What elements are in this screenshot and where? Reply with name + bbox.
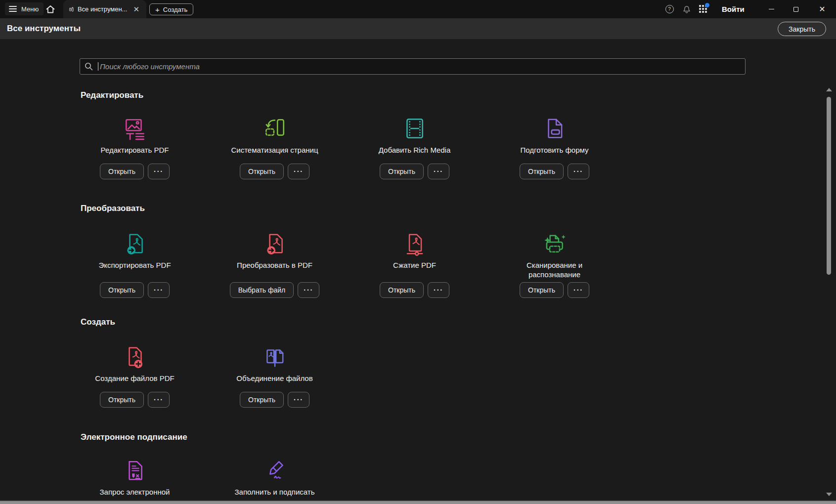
apps-grid-icon — [699, 5, 707, 13]
tool-label: Сжатие PDF — [393, 260, 436, 279]
home-button[interactable] — [44, 2, 57, 15]
tool-card-export-pdf: Экспортировать PDF Открыть ··· — [65, 231, 205, 298]
bell-icon — [682, 4, 691, 14]
convert-pdf-icon — [263, 231, 287, 256]
menu-label: Меню — [21, 5, 39, 13]
open-button[interactable]: Открыть — [520, 164, 564, 179]
tool-label: Подготовить форму — [521, 145, 589, 155]
open-button[interactable]: Открыть — [380, 164, 424, 179]
tool-label: Сканирование и распознавание — [515, 260, 594, 279]
open-button[interactable]: Открыть — [240, 392, 284, 408]
rich-media-icon — [402, 116, 427, 141]
tool-grid-edit: Редактировать PDF Открыть ··· Систематиз… — [65, 116, 624, 179]
window-minimize-button[interactable] — [761, 0, 781, 18]
scrollbar-thumb[interactable] — [827, 97, 831, 275]
tool-label: Систематизация страниц — [231, 145, 318, 155]
combine-files-icon — [263, 344, 287, 369]
signin-button[interactable]: Войти — [718, 0, 748, 18]
help-icon: ? — [665, 5, 674, 13]
menu-button[interactable]: Меню — [5, 2, 44, 15]
help-button[interactable]: ? — [662, 0, 676, 18]
tab-close-icon[interactable]: ✕ — [131, 4, 141, 14]
create-pdf-icon — [123, 344, 147, 369]
section-title-convert: Преобразовать — [81, 204, 145, 213]
more-options-button[interactable]: ··· — [288, 392, 309, 408]
tool-card-create-pdf: Создание файлов PDF Открыть ··· — [65, 344, 205, 408]
window-maximize-button[interactable] — [786, 0, 806, 18]
edit-pdf-icon — [123, 116, 147, 141]
home-icon — [45, 4, 55, 14]
scrollbar-up-arrow[interactable] — [826, 88, 832, 91]
search-input[interactable] — [80, 58, 746, 75]
notification-dot — [705, 3, 709, 7]
create-button[interactable]: + Создать — [149, 3, 193, 15]
page-title: Все инструменты — [7, 18, 81, 39]
section-title-esign: Электронное подписание — [81, 432, 187, 442]
tab-all-tools[interactable]: Все инструмен... ✕ — [63, 0, 146, 18]
prepare-form-icon — [542, 116, 567, 141]
tool-grid-convert: Экспортировать PDF Открыть ··· Преобразо… — [65, 231, 624, 298]
tool-card-rich-media: Добавить Rich Media Открыть ··· — [345, 116, 484, 179]
more-options-button[interactable]: ··· — [288, 164, 309, 179]
choose-file-button[interactable]: Выбрать файл — [230, 282, 294, 298]
organize-pages-icon — [263, 116, 287, 141]
more-options-button[interactable]: ··· — [428, 164, 449, 179]
window-bottom-edge — [0, 500, 836, 504]
scan-ocr-icon — [542, 231, 567, 256]
window-close-button[interactable]: ✕ — [812, 0, 832, 18]
tool-card-edit-pdf: Редактировать PDF Открыть ··· — [65, 116, 205, 179]
tool-card-prepare-form: Подготовить форму Открыть ··· — [484, 116, 624, 179]
tab-label: Все инструмен... — [78, 5, 128, 13]
section-title-create: Создать — [81, 317, 115, 327]
hamburger-icon — [9, 6, 17, 12]
apps-button[interactable] — [696, 0, 710, 18]
plus-icon: + — [155, 6, 160, 13]
open-button[interactable]: Открыть — [100, 392, 144, 408]
open-button[interactable]: Открыть — [100, 164, 144, 179]
tool-card-compress-pdf: Сжатие PDF Открыть ··· — [345, 231, 484, 298]
scrollbar-down-arrow[interactable] — [826, 493, 832, 496]
more-options-button[interactable]: ··· — [568, 282, 589, 298]
tool-label: Объединение файлов — [236, 374, 312, 383]
more-options-button[interactable]: ··· — [148, 392, 170, 408]
more-options-button[interactable]: ··· — [148, 164, 170, 179]
more-options-button[interactable]: ··· — [428, 282, 449, 298]
create-label: Создать — [163, 6, 187, 13]
tool-card-request-signatures: Запрос электронной подписи — [65, 458, 205, 504]
all-tools-icon — [69, 5, 74, 13]
close-page-button[interactable]: Закрыть — [778, 22, 826, 36]
tool-label: Заполнить и подписать — [235, 487, 315, 497]
tool-label: Создание файлов PDF — [95, 374, 174, 383]
open-button[interactable]: Открыть — [100, 282, 144, 298]
fill-sign-icon — [263, 458, 287, 483]
tool-label: Преобразовать в PDF — [237, 260, 312, 279]
export-pdf-icon — [123, 231, 147, 256]
tool-card-organize-pages: Систематизация страниц Открыть ··· — [205, 116, 345, 179]
open-button[interactable]: Открыть — [240, 164, 284, 179]
open-button[interactable]: Открыть — [380, 282, 424, 298]
minimize-icon — [769, 9, 774, 9]
search-bar — [80, 58, 746, 75]
tool-card-scan-ocr: Сканирование и распознавание Открыть ··· — [484, 231, 624, 298]
tool-label: Добавить Rich Media — [379, 145, 451, 155]
tool-grid-esign: Запрос электронной подписи Заполнить и п… — [65, 458, 624, 504]
close-icon: ✕ — [819, 5, 825, 13]
tool-card-convert-pdf: Преобразовать в PDF Выбрать файл ··· — [205, 231, 345, 298]
tool-label: Экспортировать PDF — [98, 260, 171, 279]
request-signature-icon — [123, 458, 147, 483]
more-options-button[interactable]: ··· — [298, 282, 319, 298]
tool-card-combine-files: Объединение файлов Открыть ··· — [205, 344, 345, 408]
page-header: Все инструменты Закрыть — [0, 18, 836, 39]
all-tools-panel: Редактировать Редактировать PDF Открыть … — [0, 39, 836, 504]
tool-grid-create: Создание файлов PDF Открыть ··· Об — [65, 344, 624, 408]
compress-pdf-icon — [402, 231, 427, 256]
notifications-button[interactable] — [680, 0, 694, 18]
tool-label: Редактировать PDF — [101, 145, 169, 155]
maximize-icon — [793, 7, 798, 12]
more-options-button[interactable]: ··· — [148, 282, 170, 298]
more-options-button[interactable]: ··· — [568, 164, 589, 179]
text-cursor — [98, 62, 98, 71]
tool-card-fill-sign: Заполнить и подписать — [205, 458, 345, 504]
titlebar: Меню Все инструмен... ✕ + Создать ? — [0, 0, 836, 18]
open-button[interactable]: Открыть — [520, 282, 564, 298]
